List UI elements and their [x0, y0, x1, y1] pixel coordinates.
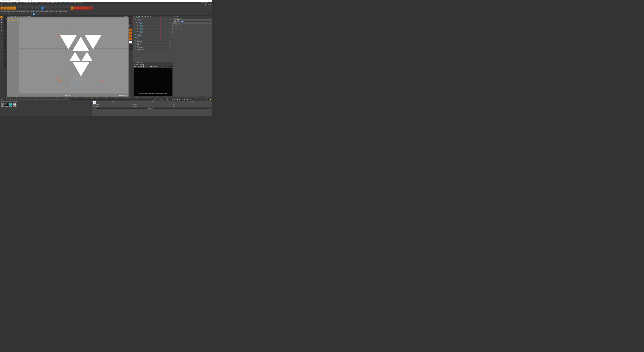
xp-btn[interactable]: ◈ — [19, 13, 21, 15]
tex-btn[interactable] — [4, 63, 7, 66]
rs-lock-button[interactable]: 🔒 — [143, 65, 144, 67]
rsmenu-File[interactable]: File — [134, 64, 135, 65]
menu-运动图形[interactable]: 运动图形 — [46, 2, 50, 4]
xp-btn[interactable]: ◉ — [8, 13, 10, 15]
menu-网格[interactable]: 网格 — [16, 2, 18, 4]
xp-btn[interactable]: ⊚ — [14, 13, 16, 15]
rs-save-button[interactable]: ▢ — [160, 65, 161, 67]
rs-circle-button[interactable]: ○ — [157, 65, 158, 67]
menu-雕刻[interactable]: 雕刻 — [43, 2, 45, 4]
keyframe-sel-button[interactable]: ◇ — [194, 99, 197, 101]
key-point-button[interactable]: ▣ — [209, 99, 212, 101]
tex-btn[interactable] — [4, 16, 7, 19]
x-axis-button[interactable]: X — [17, 7, 20, 10]
matmenu-编辑[interactable]: 编辑 — [6, 101, 7, 102]
xp-btn[interactable]: ✦ — [17, 13, 19, 15]
attr-fn-icon[interactable]: ⚙ — [211, 17, 212, 18]
tex-btn[interactable] — [4, 57, 7, 60]
palette-圆柱域[interactable]: 圆柱域 — [16, 10, 20, 12]
menu-编辑[interactable]: 编辑 — [4, 2, 6, 4]
env-button[interactable]: ◉ — [57, 7, 61, 10]
view-layout-btn[interactable] — [129, 16, 132, 19]
maximize-button[interactable]: ▢ — [208, 0, 209, 2]
objmenu-书签[interactable]: 书签 — [150, 16, 151, 17]
objmenu-标签[interactable]: 标签 — [147, 16, 149, 17]
vw-rotate-icon[interactable]: ⟳ — [126, 16, 127, 17]
scale-button[interactable]: ⤢ — [7, 7, 10, 10]
live-select-button[interactable]: ↖ — [1, 7, 4, 10]
search-icon[interactable]: 🔍 — [205, 4, 207, 6]
palette-立方体域[interactable]: 立方体域 — [11, 10, 16, 12]
menu-Redshift[interactable]: Redshift — [69, 2, 73, 3]
prev-frame-button[interactable]: ◀ — [176, 99, 178, 101]
rs-crop-button[interactable]: ⬚ — [147, 65, 148, 67]
palette-创建[interactable]: 创建 — [3, 10, 6, 12]
menu-选择[interactable]: 选择 — [10, 2, 12, 4]
palette-胶囊域[interactable]: 胶囊域 — [26, 10, 30, 12]
frame-start-field[interactable] — [1, 99, 7, 100]
palette-声音域[interactable]: 声音域 — [54, 10, 58, 12]
rs-grid-button[interactable]: ▦ — [155, 65, 156, 67]
material-ball[interactable]: RS Mate — [1, 103, 4, 116]
palette-回环体域[interactable]: 回环体域 — [30, 10, 35, 12]
subdivision-button[interactable]: ▦ — [47, 7, 51, 10]
palette-线性域[interactable]: 线性域 — [35, 10, 40, 12]
palette-公式域[interactable]: 公式域 — [58, 10, 63, 12]
palette-着色器域[interactable]: 着色器域 — [49, 10, 54, 12]
attr-subtab-基本[interactable]: 基本 — [174, 21, 177, 22]
tex-btn[interactable] — [4, 66, 7, 69]
menu-样条[interactable]: 样条 — [20, 2, 22, 4]
view-layer-btn[interactable] — [129, 32, 132, 35]
recent-tool-button[interactable]: ▦ — [13, 7, 16, 10]
menu-插件[interactable]: 插件 — [55, 2, 57, 4]
attr-tab-模式[interactable]: 模式 — [174, 17, 175, 19]
timeline-ruler[interactable]: 0510152025303540455055606570758085909510… — [0, 97, 212, 99]
matmenu-纹理[interactable]: 纹理 — [12, 101, 13, 102]
objmenu-查看[interactable]: 查看 — [141, 16, 143, 17]
menu-动画[interactable]: 动画 — [29, 2, 31, 4]
play-button[interactable]: ▶ — [179, 99, 181, 101]
frame-total-field[interactable] — [166, 99, 171, 100]
coord-apply-button[interactable]: 应用 — [205, 107, 212, 109]
key-pos-button[interactable]: ⊕ — [197, 99, 199, 101]
xp-btn[interactable]: ▣ — [21, 13, 23, 15]
material-manager[interactable]: ▦创建编辑功能纹理Cycles 4D RS MateRS MateRS Mate… — [0, 101, 92, 116]
rs-eye-button[interactable]: ◐ — [145, 65, 146, 67]
tweak-mode[interactable]: ◫ — [0, 43, 3, 46]
rsmenu-View[interactable]: View — [136, 64, 138, 65]
material-ball[interactable]: RS Mate — [13, 103, 17, 116]
tex-btn[interactable] — [4, 44, 7, 47]
rsmenu-Customize[interactable]: Customize — [140, 64, 144, 65]
key-scale-button[interactable]: ⊡ — [199, 99, 202, 101]
view-add-btn[interactable]: ✚ — [129, 25, 132, 28]
palette-Python域[interactable]: Python域 — [63, 10, 68, 12]
tex-btn[interactable] — [4, 19, 7, 22]
rs-light-1[interactable]: ◉ — [74, 7, 77, 10]
poly-mode[interactable]: ▰ — [0, 29, 3, 31]
vmenu-面板[interactable]: 面板 — [23, 16, 25, 17]
menu-创建[interactable]: 创建 — [7, 2, 9, 4]
xp-btn[interactable]: ✦ — [3, 13, 5, 15]
xp-btn[interactable]: ◈ — [35, 13, 37, 15]
coord-mode-select[interactable]: 对象 (相对)▾ — [92, 107, 148, 109]
tex-btn[interactable] — [4, 47, 7, 50]
attr-row[interactable]: ○宽高比1▾ — [173, 27, 212, 29]
key-rot-button[interactable]: ⊚ — [202, 99, 204, 101]
viewport-solo[interactable]: ⊡ — [0, 46, 3, 48]
tex-btn[interactable] — [4, 50, 7, 53]
menu-脚本[interactable]: 脚本 — [74, 2, 76, 4]
xp-btn[interactable]: fx — [28, 13, 30, 15]
rs-light-4[interactable]: ◉ — [83, 7, 86, 10]
vmenu-过滤[interactable]: 过滤 — [20, 16, 22, 17]
layout-select[interactable]: RS (用户) ▾ — [203, 2, 212, 4]
rs-auto-select[interactable]: (Auto)▾ — [148, 66, 152, 67]
view-config-icon[interactable]: ▤ — [207, 4, 209, 6]
rs-refresh-button[interactable]: ⟳ — [136, 65, 137, 67]
rs-play-button[interactable]: ▶ — [135, 65, 136, 67]
vw-nav-icon[interactable]: ✢ — [124, 16, 125, 17]
rs-render-window[interactable]: 微信公众号：野鹿志 微博：野鹿志 作者：马鹿野郎 (0.46s) — [134, 68, 172, 96]
rs-light-2[interactable]: ◉ — [77, 7, 80, 10]
rs-channel-select[interactable]: Beauty▾ — [138, 66, 142, 67]
object-row[interactable]: ⊟▲xpCache:✓ — [133, 50, 173, 52]
coord-system-button[interactable]: ⊕ — [27, 7, 30, 10]
